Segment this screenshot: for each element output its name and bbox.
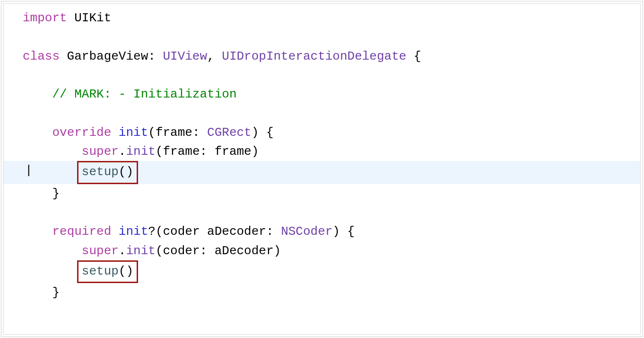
code-line-7: override init(frame: CGRect) {	[4, 123, 640, 142]
type-uidropinteractiondelegate: UIDropInteractionDelegate	[222, 49, 406, 63]
code-line-10: }	[4, 184, 640, 203]
params: (coder aDecoder:	[156, 224, 281, 239]
setup-call: setup	[82, 165, 119, 179]
type-nscoder: NSCoder	[281, 224, 332, 239]
module-name: UIKit	[67, 11, 112, 25]
type-uiview: UIView	[163, 49, 207, 63]
code-line-blank	[4, 203, 640, 222]
code-line-12: required init?(coder aDecoder: NSCoder) …	[4, 222, 640, 241]
keyword-super: super	[82, 144, 119, 159]
keyword-class: class	[23, 49, 60, 63]
init-call: init	[126, 244, 155, 258]
open-brace: {	[406, 49, 421, 63]
code-line-8: super.init(frame: frame)	[4, 142, 640, 161]
code-line-blank	[4, 27, 640, 46]
class-name: GarbageView:	[60, 49, 163, 63]
setup-call: setup	[82, 264, 119, 278]
init-keyword: init	[119, 224, 148, 239]
code-line-15: }	[4, 283, 640, 302]
mark-comment: // MARK: - Initialization	[52, 87, 236, 101]
parens: ()	[119, 264, 133, 278]
code-editor[interactable]: import UIKit class GarbageView: UIView, …	[3, 3, 641, 335]
keyword-required: required	[52, 224, 111, 239]
cursor-icon: |	[25, 161, 26, 184]
code-line-13: super.init(coder: aDecoder)	[4, 241, 640, 260]
code-line-9-highlighted: | setup()	[4, 161, 640, 184]
code-editor-panel: import UIKit class GarbageView: UIView, …	[1, 1, 643, 337]
keyword-override: override	[52, 125, 111, 140]
code-line-5: // MARK: - Initialization	[4, 85, 640, 104]
comma: ,	[207, 49, 222, 63]
code-line-blank	[4, 104, 640, 123]
parens: ()	[119, 165, 133, 179]
init-args: (frame: frame)	[156, 144, 259, 159]
code-line-blank	[4, 66, 640, 85]
params: (frame:	[148, 125, 207, 140]
close-brace: }	[52, 285, 60, 300]
keyword-super: super	[82, 244, 119, 258]
keyword-import: import	[23, 11, 67, 25]
init-keyword: init	[119, 125, 148, 140]
params-close: ) {	[332, 224, 355, 239]
code-line-14: setup()	[4, 260, 640, 283]
type-cgrect: CGRect	[207, 125, 252, 140]
code-line-3: class GarbageView: UIView, UIDropInterac…	[4, 47, 640, 66]
params-close: ) {	[252, 125, 274, 140]
highlight-box-2: setup()	[77, 260, 138, 283]
close-brace: }	[52, 187, 60, 201]
highlight-box-1: setup()	[77, 161, 138, 184]
init-args: (coder: aDecoder)	[156, 244, 281, 258]
code-line-1: import UIKit	[4, 9, 640, 27]
init-call: init	[126, 144, 155, 159]
